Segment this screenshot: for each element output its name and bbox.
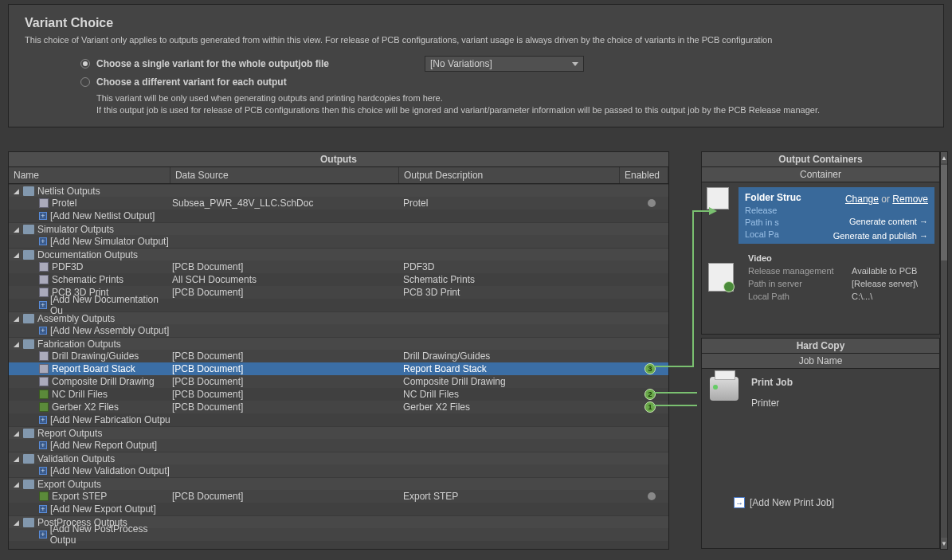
output-item-row[interactable]: Composite Drill Drawing [PCB Document] C…: [9, 375, 668, 388]
generate-publish-link[interactable]: Generate and publish: [833, 229, 928, 244]
collapse-icon[interactable]: ◢: [12, 187, 20, 195]
col-datasource[interactable]: Data Source: [170, 167, 399, 183]
output-description: Report Board Stack: [403, 363, 626, 374]
output-datasource: All SCH Documents: [172, 274, 403, 285]
document-icon: [39, 390, 49, 399]
output-description: Schematic Prints: [403, 274, 626, 285]
outputs-column-headers: Name Data Source Output Description Enab…: [9, 167, 668, 184]
scroll-thumb[interactable]: [941, 165, 947, 260]
video-icon: [708, 263, 734, 292]
document-icon: [39, 351, 49, 361]
collapse-icon[interactable]: ◢: [12, 429, 20, 437]
category-row[interactable]: ◢ Simulator Outputs: [9, 222, 668, 235]
add-output-row[interactable]: +[Add New Documentation Ou: [9, 299, 668, 311]
category-label: Netlist Outputs: [37, 186, 100, 197]
output-name: PDF3D: [52, 261, 83, 272]
add-output-row[interactable]: +[Add New Fabrication Outpu: [9, 413, 668, 426]
category-row[interactable]: ◢ Export Outputs: [9, 477, 668, 490]
output-name: Schematic Prints: [52, 274, 123, 285]
output-datasource: [PCB Document]: [172, 350, 403, 362]
plus-icon: +: [39, 441, 47, 449]
output-containers-panel: Output Containers Container Folder Struc…: [701, 151, 940, 335]
output-description: Composite Drill Drawing: [403, 376, 626, 387]
add-output-row[interactable]: +[Add New Assembly Output]: [9, 324, 668, 337]
add-label: [Add New Report Output]: [50, 440, 157, 451]
folder-icon: [23, 454, 34, 464]
add-label: [Add New Simulator Output]: [50, 236, 169, 247]
enabled-dot: [648, 492, 656, 500]
category-row[interactable]: ◢ Report Outputs: [9, 426, 668, 439]
video-container[interactable]: Video Release management Available to PC…: [702, 249, 939, 306]
col-description[interactable]: Output Description: [399, 167, 620, 183]
outputs-header: Outputs: [9, 152, 668, 167]
output-item-row[interactable]: Export STEP [PCB Document] Export STEP: [9, 490, 668, 503]
collapse-icon[interactable]: ◢: [12, 225, 20, 233]
output-item-row[interactable]: Gerber X2 Files [PCB Document] Gerber X2…: [9, 401, 668, 413]
enabled-dot: [648, 199, 656, 207]
output-description: Drill Drawing/Guides: [403, 350, 626, 362]
col-name[interactable]: Name: [9, 167, 170, 183]
collapse-icon[interactable]: ◢: [12, 340, 20, 348]
outputs-tree[interactable]: ◢ Netlist OutputsProtel Subsea_PWR_48V_L…: [9, 184, 668, 547]
output-description: Gerber X2 Files: [403, 401, 626, 413]
vertical-scrollbar[interactable]: ▲ ▼: [940, 151, 948, 550]
document-icon: [39, 275, 49, 284]
add-output-row[interactable]: +[Add New Export Output]: [9, 503, 668, 515]
output-item-row[interactable]: Schematic Prints All SCH Documents Schem…: [9, 273, 668, 286]
collapse-icon[interactable]: ◢: [12, 480, 20, 488]
category-row[interactable]: ◢ Netlist Outputs: [9, 184, 668, 197]
add-output-row[interactable]: +[Add New Simulator Output]: [9, 235, 668, 248]
output-datasource: Subsea_PWR_48V_LLC.SchDoc: [172, 198, 403, 209]
plus-icon: +: [39, 467, 47, 475]
add-output-row[interactable]: +[Add New Validation Output]: [9, 464, 668, 477]
output-datasource: [PCB Document]: [172, 287, 403, 298]
radio-per-output-variant[interactable]: Choose a different variant for each outp…: [80, 76, 927, 88]
output-name: Protel: [52, 198, 76, 209]
add-output-row[interactable]: +[Add New PostProcess Outpu: [9, 528, 668, 541]
add-output-row[interactable]: +[Add New Netlist Output]: [9, 210, 668, 222]
chevron-down-icon: [572, 62, 578, 66]
output-item-row[interactable]: NC Drill Files [PCB Document] NC Drill F…: [9, 388, 668, 401]
remove-link[interactable]: Remove: [892, 194, 928, 205]
category-row[interactable]: ◢ Documentation Outputs: [9, 248, 668, 260]
output-item-row[interactable]: PDF3D [PCB Document] PDF3D: [9, 260, 668, 273]
container-subheader: Container: [702, 167, 939, 182]
output-name: Export STEP: [52, 491, 107, 502]
output-item-row[interactable]: Report Board Stack [PCB Document] Report…: [9, 362, 668, 375]
print-job-title: Print Job: [751, 377, 793, 388]
add-print-job[interactable]: → [Add New Print Job]: [734, 497, 834, 508]
output-description: Protel: [403, 198, 626, 209]
generate-content-link[interactable]: Generate content: [833, 215, 928, 229]
output-description: PDF3D: [403, 261, 626, 272]
category-row[interactable]: ◢ Validation Outputs: [9, 452, 668, 464]
variant-dropdown[interactable]: [No Variations]: [425, 56, 584, 72]
collapse-icon[interactable]: ◢: [12, 251, 20, 259]
output-name: NC Drill Files: [52, 389, 108, 400]
output-item-row[interactable]: Drill Drawing/Guides [PCB Document] Dril…: [9, 350, 668, 362]
output-datasource: [PCB Document]: [172, 389, 403, 400]
collapse-icon[interactable]: ◢: [12, 455, 20, 463]
folder-icon: [23, 314, 34, 323]
add-output-row[interactable]: +[Add New Report Output]: [9, 439, 668, 452]
radio-single-variant[interactable]: Choose a single variant for the whole ou…: [80, 56, 927, 72]
col-enabled[interactable]: Enabled: [620, 167, 668, 183]
hardcopy-subheader: Job Name: [702, 354, 939, 369]
folder-structure-card[interactable]: Folder Struc Release Path in s Local Pa …: [738, 187, 934, 244]
plus-icon: +: [39, 416, 47, 424]
category-label: Documentation Outputs: [37, 249, 138, 260]
scroll-up-icon[interactable]: ▲: [941, 152, 947, 163]
category-row[interactable]: ◢ Fabrication Outputs: [9, 337, 668, 350]
printer-label: Printer: [751, 397, 793, 409]
output-item-row[interactable]: Protel Subsea_PWR_48V_LLC.SchDoc Protel: [9, 197, 668, 210]
variant-note: This variant will be only used when gene…: [96, 92, 927, 117]
add-label: [Add New Assembly Output]: [50, 325, 169, 336]
document-icon: [39, 262, 49, 272]
output-description: Export STEP: [403, 491, 626, 502]
document-icon: [39, 377, 49, 386]
scroll-down-icon[interactable]: ▼: [941, 538, 947, 549]
category-label: Simulator Outputs: [37, 224, 114, 235]
folder-icon: [23, 225, 34, 234]
change-link[interactable]: Change: [845, 194, 879, 205]
category-label: Validation Outputs: [37, 453, 115, 464]
plus-icon: +: [39, 505, 47, 513]
